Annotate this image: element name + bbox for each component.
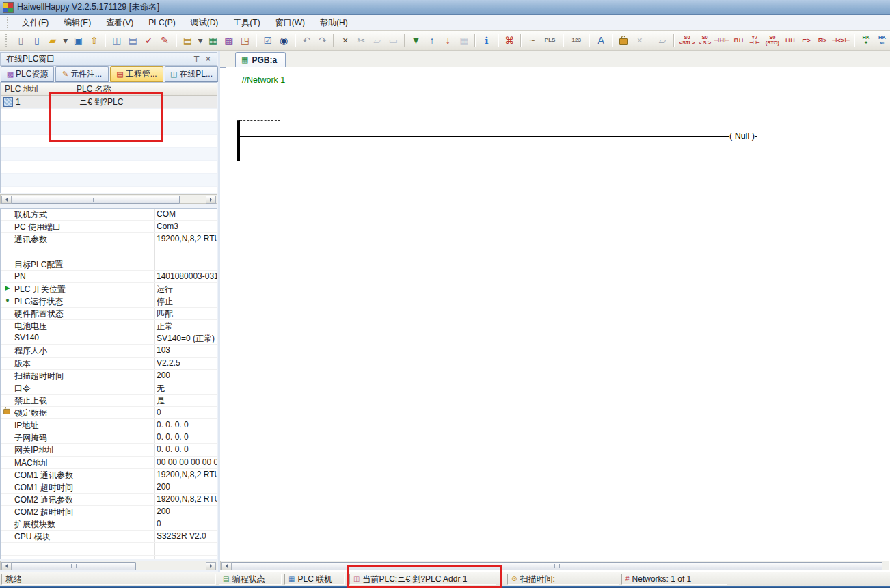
- font-button[interactable]: A: [593, 31, 608, 49]
- copy-button[interactable]: ▱: [370, 31, 384, 49]
- delete-disabled-button[interactable]: ×: [632, 31, 647, 49]
- scrollbar-thumb[interactable]: [12, 196, 180, 204]
- expansion-chip-button[interactable]: ▩: [221, 31, 236, 49]
- property-row[interactable]: 子网掩码 0. 0. 0. 0: [1, 431, 217, 444]
- table-row-empty[interactable]: [1, 109, 217, 122]
- selection-cursor[interactable]: [237, 120, 280, 161]
- menu-edit[interactable]: 编辑(E): [56, 15, 98, 31]
- hk-add-button[interactable]: HK +: [859, 31, 873, 49]
- property-row[interactable]: 电池电压正常: [1, 320, 217, 332]
- property-row[interactable]: 通讯参数19200,N,8,2 RTU: [1, 233, 217, 245]
- checkbox-icon[interactable]: [3, 97, 13, 107]
- coil-open-button[interactable]: ⊏>: [799, 31, 813, 49]
- scroll-left-icon[interactable]: [1, 562, 12, 570]
- null-coil[interactable]: ( Null )-: [729, 131, 757, 141]
- layers-button[interactable]: ▤: [180, 31, 195, 49]
- lock-button[interactable]: [617, 31, 631, 49]
- tab-online-plc[interactable]: ◫ 在线PL...: [165, 66, 218, 82]
- io-config-button[interactable]: ◳: [238, 31, 252, 49]
- tab-project-manager[interactable]: ▤ 工程管...: [110, 66, 163, 82]
- menu-file[interactable]: 文件(F): [14, 15, 56, 31]
- doc-check-button[interactable]: ✓: [141, 31, 156, 49]
- menu-tools[interactable]: 工具(T): [226, 15, 267, 31]
- open-project-button[interactable]: ▰: [45, 31, 59, 49]
- save-button[interactable]: ▣: [71, 31, 85, 49]
- property-row[interactable]: [1, 556, 217, 560]
- print-button[interactable]: ▤: [126, 31, 140, 49]
- property-row[interactable]: [1, 245, 217, 258]
- open-dropdown-button[interactable]: ▾: [62, 31, 70, 49]
- property-row[interactable]: 锁定数据0: [1, 407, 217, 419]
- menu-help[interactable]: 帮助(H): [312, 15, 355, 31]
- plc-download-run-button[interactable]: ▼: [409, 31, 423, 49]
- scrollbar-thumb[interactable]: [232, 562, 882, 570]
- property-row[interactable]: COM1 超时时间200: [1, 481, 217, 494]
- property-row[interactable]: COM2 通讯参数19200,N,8,2 RTU: [1, 494, 217, 506]
- property-row[interactable]: [1, 543, 217, 555]
- property-row[interactable]: 目标PLC配置: [1, 258, 217, 271]
- doc-edit-button[interactable]: ✎: [157, 31, 172, 49]
- print-preview-button[interactable]: ◫: [109, 31, 124, 49]
- plc-upload-button[interactable]: ↑: [424, 31, 439, 49]
- network-topology-button[interactable]: ⌘: [502, 31, 517, 49]
- property-row[interactable]: 禁止上载是: [1, 395, 217, 407]
- redo-button[interactable]: ↷: [315, 31, 329, 49]
- import-file-button[interactable]: ⇧: [87, 31, 101, 49]
- set-instruction-button[interactable]: S0 < S >: [697, 31, 712, 49]
- property-row[interactable]: 网关IP地址 0. 0. 0. 0: [1, 444, 217, 456]
- ladder-canvas[interactable]: //Network 1 ( Null )-: [226, 67, 890, 561]
- new-file-button[interactable]: ▯: [14, 31, 28, 49]
- property-row[interactable]: PC 使用端口Com3: [1, 221, 217, 233]
- property-row[interactable]: CPU 模块S32S2R V2.0: [1, 531, 217, 543]
- coil-branch-button[interactable]: ⊓⊔: [731, 31, 746, 49]
- property-row[interactable]: 扫描超时时间200: [1, 370, 217, 382]
- property-row[interactable]: COM2 超时时间200: [1, 506, 217, 518]
- property-row[interactable]: 口令无: [1, 382, 217, 395]
- options-check-button[interactable]: ☑: [260, 31, 275, 49]
- plc-compile-button[interactable]: ▦: [457, 31, 471, 49]
- property-row[interactable]: SV140SV140=0 (正常): [1, 332, 217, 345]
- cut-button[interactable]: ✂: [354, 31, 368, 49]
- menu-window[interactable]: 窗口(W): [268, 15, 312, 31]
- hk-insert-button[interactable]: HK ⇐: [875, 31, 889, 49]
- property-row[interactable]: MAC地址00 00 00 00 00 0: [1, 457, 217, 469]
- property-row[interactable]: 硬件配置状态匹配: [1, 308, 217, 320]
- find-button[interactable]: ◉: [276, 31, 291, 49]
- layers-dropdown-button[interactable]: ▾: [196, 31, 204, 49]
- coil-delete-button[interactable]: ⊠>: [815, 31, 829, 49]
- property-row[interactable]: IP地址 0. 0. 0. 0: [1, 419, 217, 431]
- property-row[interactable]: PN1401080003-031: [1, 271, 217, 283]
- table-row-empty[interactable]: [1, 122, 217, 135]
- tab-pgb-a[interactable]: ▦ PGB:a: [235, 52, 286, 67]
- pin-icon[interactable]: ⊤: [191, 53, 202, 65]
- compare-contact-button[interactable]: ⊣<>⊢: [831, 31, 850, 49]
- menu-plc[interactable]: PLC(P): [141, 16, 183, 29]
- table-row-empty[interactable]: [1, 161, 217, 174]
- close-icon[interactable]: ×: [202, 53, 214, 65]
- hardware-card-button[interactable]: ▦: [206, 31, 220, 49]
- scroll-left-icon[interactable]: [1, 196, 12, 204]
- pls-instruction-button[interactable]: PLS: [541, 31, 559, 49]
- stl-instruction-button[interactable]: S0 <STL>: [678, 31, 697, 49]
- coil-parallel-button[interactable]: ⊔⊔: [783, 31, 797, 49]
- undo-button[interactable]: ↶: [299, 31, 314, 49]
- constant-table-button[interactable]: 123: [567, 31, 586, 49]
- scrollbar-thumb[interactable]: [12, 562, 136, 570]
- table-horizontal-scrollbar[interactable]: [0, 194, 217, 204]
- debug-probe-button[interactable]: ~: [525, 31, 539, 49]
- scroll-left-icon[interactable]: [221, 562, 232, 570]
- menu-debug[interactable]: 调试(D): [183, 15, 226, 31]
- menu-view[interactable]: 查看(V): [98, 15, 141, 31]
- properties-horizontal-scrollbar[interactable]: [0, 561, 217, 570]
- property-row[interactable]: ▶PLC 开关位置运行: [1, 283, 217, 295]
- property-row[interactable]: 程序大小103: [1, 345, 217, 357]
- table-row[interactable]: 1 ニ€ 剉?PLC: [1, 96, 217, 109]
- scroll-right-icon[interactable]: [206, 196, 216, 204]
- tab-plc-resources[interactable]: ▩ PLC资源: [1, 66, 54, 82]
- contact-instruction-button[interactable]: ⊣H⊢: [714, 31, 730, 49]
- table-row-empty[interactable]: [1, 148, 217, 161]
- property-row[interactable]: ●PLC运行状态停止: [1, 295, 217, 308]
- plc-download-button[interactable]: ↓: [441, 31, 455, 49]
- table-row-empty[interactable]: [1, 135, 217, 148]
- contact-y-button[interactable]: Y7 ⊣ ⊢: [747, 31, 761, 49]
